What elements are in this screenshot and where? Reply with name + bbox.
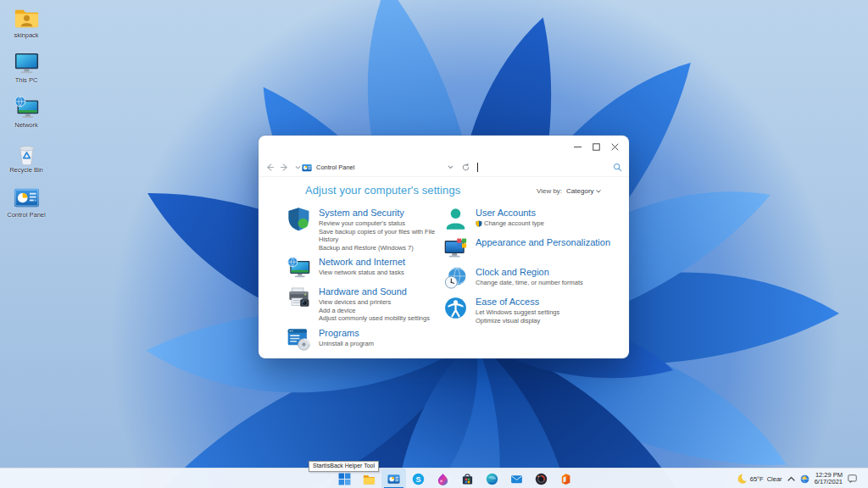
refresh-button[interactable] (461, 158, 470, 177)
minimize-button[interactable] (574, 143, 581, 151)
desktop-icon-label: Control Panel (7, 212, 45, 219)
clock-icon (443, 266, 468, 291)
category-link[interactable]: Add a device (319, 307, 430, 315)
category-link[interactable]: Review your computer's status (319, 219, 443, 228)
address-dropdown-icon[interactable] (446, 158, 455, 177)
desktop-icon-label: This PC (15, 77, 38, 84)
taskbar-app-camera[interactable] (529, 469, 554, 488)
search-icon[interactable] (613, 158, 622, 177)
desktop-icon-label: Network (14, 122, 38, 129)
taskbar-app-control-panel[interactable] (381, 469, 406, 488)
category-user-accounts: User AccountsChange account type (443, 207, 617, 232)
address-bar[interactable]: Control Panel (316, 158, 354, 177)
category-hardware-and-sound: Hardware and SoundView devices and print… (287, 286, 443, 323)
category-link[interactable]: Optimize visual display (476, 317, 559, 325)
network-icon (287, 256, 311, 280)
forward-button[interactable] (280, 158, 289, 177)
category-title-programs[interactable]: Programs (319, 328, 374, 339)
category-link[interactable]: Adjust commonly used mobility settings (319, 314, 430, 323)
taskbar-app-mail[interactable] (504, 469, 529, 488)
desktop-icon-this-pc[interactable]: This PC (2, 50, 51, 89)
text-caret (477, 163, 478, 172)
clock-widget[interactable]: 12:29 PM 6/17/2021 (815, 472, 843, 486)
uac-shield-icon (476, 220, 482, 227)
tray-app-icon[interactable] (800, 474, 810, 484)
moon-icon (737, 474, 747, 484)
category-title-clock-and-region[interactable]: Clock and Region (476, 267, 583, 278)
category-title-ease-of-access[interactable]: Ease of Access (476, 297, 559, 308)
category-appearance-and-personalization: Appearance and Personalization (443, 236, 617, 262)
category-programs: ProgramsUninstall a program (287, 327, 443, 352)
chevron-down-icon (596, 190, 601, 193)
categories-right-column: User AccountsChange account typeAppearan… (443, 207, 617, 357)
view-by-dropdown[interactable]: Category (566, 187, 600, 195)
hidden-icons-chevron[interactable] (787, 476, 795, 481)
close-button[interactable] (611, 143, 619, 151)
this-pc-icon (14, 50, 40, 76)
weather-temp: 65°F (750, 475, 764, 483)
desktop-icon-list: skinpackThis PCNetworkRecycle BinControl… (2, 5, 51, 230)
taskbar-app-microsoft-store[interactable] (455, 469, 480, 488)
taskbar-app-paint-3d[interactable] (431, 469, 455, 488)
page-title: Adjust your computer's settings (305, 184, 460, 197)
programs-icon (287, 327, 311, 352)
desktop-icon-recycle-bin[interactable]: Recycle Bin (2, 140, 51, 179)
taskbar-app-skype[interactable]: S (406, 469, 431, 488)
category-link[interactable]: Change date, time, or number formats (476, 279, 583, 287)
system-tray: 65°F Clear 12:29 PM 6/17/2021 (737, 469, 865, 488)
desktop-icon-label: Recycle Bin (9, 167, 43, 174)
category-network-and-internet: Network and InternetView network status … (287, 256, 443, 281)
category-title-system-and-security[interactable]: System and Security (319, 208, 443, 219)
category-columns: System and SecurityReview your computer'… (287, 207, 617, 357)
recycle-bin-icon (14, 140, 40, 166)
desktop-icon-label: skinpack (14, 32, 38, 39)
control-panel-icon (14, 185, 40, 211)
svg-text:S: S (416, 474, 421, 483)
category-title-hardware-and-sound[interactable]: Hardware and Sound (319, 286, 430, 297)
category-system-and-security: System and SecurityReview your computer'… (287, 207, 443, 252)
category-link[interactable]: View network status and tasks (319, 269, 405, 277)
shield-icon (287, 207, 311, 231)
category-link[interactable]: Let Windows suggest settings (476, 308, 559, 317)
category-title-appearance-and-personalization[interactable]: Appearance and Personalization (476, 237, 610, 248)
weather-widget[interactable]: 65°F Clear (737, 474, 782, 484)
category-clock-and-region: Clock and RegionChange date, time, or nu… (443, 266, 617, 291)
desktop-icon-skinpack[interactable]: skinpack (2, 5, 51, 44)
desktop-icon-control-panel[interactable]: Control Panel (2, 185, 51, 224)
category-title-user-accounts[interactable]: User Accounts (476, 208, 544, 219)
skinpack-icon (14, 5, 40, 31)
view-by-label: View by: (537, 187, 562, 195)
address-control-panel-icon (302, 158, 312, 177)
network-icon (14, 95, 40, 121)
category-link[interactable]: View devices and printers (319, 298, 430, 307)
personalization-icon (443, 236, 468, 261)
notification-center-icon[interactable] (848, 474, 857, 483)
tray-date: 6/17/2021 (815, 479, 843, 486)
taskbar-tooltip: StartIsBack Helper Tool (309, 461, 379, 472)
back-button[interactable] (265, 158, 275, 177)
category-link[interactable]: Uninstall a program (319, 340, 374, 348)
navigation-toolbar: Control Panel (259, 158, 629, 177)
category-title-network-and-internet[interactable]: Network and Internet (319, 257, 405, 268)
control-panel-window: Control Panel Adjust your computer's set… (259, 136, 629, 358)
taskbar-app-office[interactable] (554, 469, 578, 488)
user-icon (443, 207, 468, 231)
taskbar-app-edge[interactable] (480, 469, 504, 488)
category-ease-of-access: Ease of AccessLet Windows suggest settin… (443, 296, 617, 324)
weather-condition: Clear (767, 475, 782, 483)
category-link[interactable]: Save backup copies of your files with Fi… (319, 228, 443, 244)
category-link[interactable]: Change account type (476, 219, 544, 228)
ease-icon (443, 296, 468, 320)
taskbar: S 65°F Clear 12:29 PM 6/17/2021 (0, 468, 868, 488)
search-input[interactable] (477, 158, 478, 177)
window-titlebar[interactable] (259, 136, 629, 158)
category-link[interactable]: Backup and Restore (Windows 7) (319, 244, 443, 252)
desktop-icon-network[interactable]: Network (2, 95, 51, 134)
printer-icon (287, 286, 311, 310)
categories-left-column: System and SecurityReview your computer'… (287, 207, 443, 357)
maximize-button[interactable] (593, 143, 600, 151)
